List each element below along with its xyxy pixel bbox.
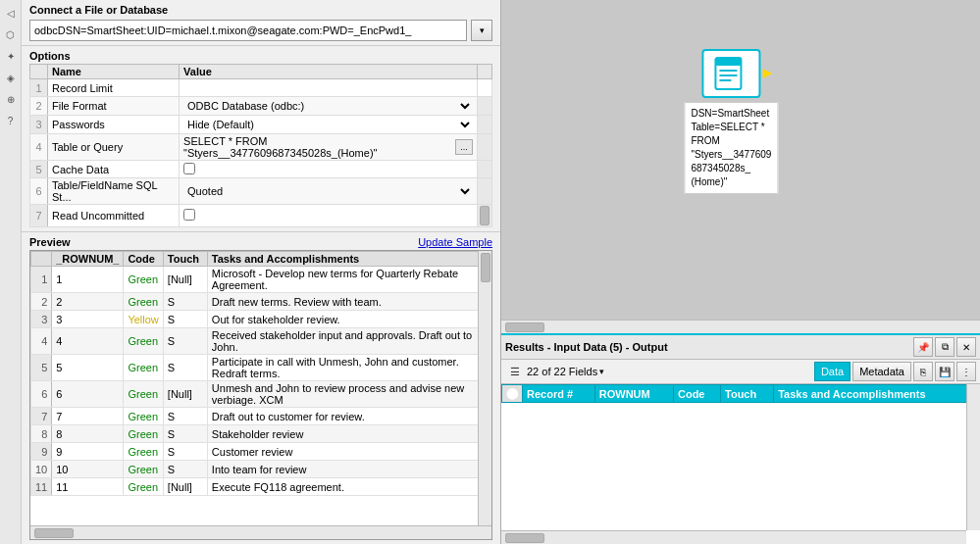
preview-row: 9 9 Green S Customer review [31, 443, 491, 461]
results-title: Results - Input Data (5) - Output [505, 341, 668, 353]
options-section: Options Name Value 1 Recor [22, 46, 500, 232]
results-menu-icon[interactable]: ☰ [505, 362, 525, 381]
results-col-tasks: Tasks and Accomplishments [774, 385, 980, 403]
float-icon[interactable]: ⧉ [935, 337, 954, 357]
options-row-7-name: Read Uncommitted [48, 205, 180, 227]
options-row-6-value[interactable]: Quoted [180, 178, 478, 205]
diagram-scroll-h[interactable] [501, 320, 980, 333]
options-title: Options [29, 50, 492, 62]
file-format-select[interactable]: ODBC Database (odbc:) [183, 98, 473, 114]
sidebar-icon-star[interactable]: ✦ [2, 47, 20, 65]
database-node-icon[interactable] [701, 49, 760, 98]
preview-row: 10 10 Green S Into team for review [31, 461, 491, 478]
options-row-3: 3 Passwords Hide (Default) [30, 116, 492, 134]
node-icon-container [701, 49, 760, 98]
preview-col-touch: Touch [163, 252, 207, 267]
options-row-4: 4 Table or Query SELECT * FROM "Styers__… [30, 134, 492, 161]
connection-string-input[interactable] [29, 20, 467, 41]
options-row-7-value[interactable] [180, 205, 478, 227]
node-tooltip: DSN=SmartSheet Table=SELECT * FROM "Stye… [684, 102, 778, 194]
diagram-node: DSN=SmartSheet Table=SELECT * FROM "Stye… [684, 49, 778, 194]
tablefieldname-select[interactable]: Quoted [183, 183, 473, 199]
record-limit-input[interactable] [183, 82, 473, 94]
fields-dropdown-arrow[interactable]: ▾ [599, 367, 604, 376]
results-toolbar: ☰ 22 of 22 Fields ▾ Data Metadata ⎘ 💾 ⋮ [501, 360, 980, 384]
preview-row: 11 11 Green [Null] Execute FQ118 agreeme… [31, 478, 491, 496]
tooltip-line5: 687345028s_ [691, 162, 771, 175]
preview-scroll-h[interactable] [30, 525, 491, 539]
options-row-1-name: Record Limit [48, 79, 180, 97]
node-arrow-icon [762, 69, 772, 78]
data-btn[interactable]: Data [814, 362, 851, 381]
preview-col-tasks: Tasks and Accomplishments [207, 252, 490, 267]
options-row-1-value[interactable] [180, 79, 478, 97]
preview-title: Preview [29, 236, 71, 248]
options-row-3-num: 3 [30, 116, 48, 134]
read-uncommitted-checkbox[interactable] [183, 209, 195, 221]
tooltip-line2: Table=SELECT * [691, 121, 771, 134]
options-scroll-7 [478, 205, 492, 227]
pin-icon[interactable]: 📌 [913, 337, 933, 357]
sidebar-icon-hex[interactable]: ⬡ [2, 25, 20, 43]
svg-rect-2 [719, 70, 737, 72]
options-row-2-num: 2 [30, 97, 48, 116]
results-header: Results - Input Data (5) - Output 📌 ⧉ ✕ [501, 333, 980, 360]
options-row-4-num: 4 [30, 134, 48, 161]
results-more-icon[interactable]: ⋮ [956, 362, 976, 381]
connection-dropdown-btn[interactable]: ▾ [471, 20, 492, 41]
results-col-icon: ⬤ [502, 385, 523, 403]
preview-col-num [31, 252, 52, 267]
table-query-text: SELECT * FROM "Styers__3477609687345028s… [183, 135, 455, 159]
results-col-rownum: ROWNUM [594, 385, 673, 403]
preview-scroll-v[interactable] [478, 251, 491, 525]
sidebar-icon-help[interactable]: ? [2, 112, 20, 129]
table-query-btn[interactable]: ... [455, 139, 473, 155]
options-row-5-num: 5 [30, 161, 48, 178]
results-table-wrap: ⬤ Record # ROWNUM Code Touch Tasks and A… [501, 384, 980, 544]
update-sample-link[interactable]: Update Sample [418, 236, 492, 248]
fields-count: 22 of 22 Fields [527, 366, 597, 377]
options-row-7: 7 Read Uncommitted [30, 205, 492, 227]
preview-col-rownum: _ROWNUM_ [52, 252, 124, 267]
options-row-4-value[interactable]: SELECT * FROM "Styers__3477609687345028s… [180, 134, 478, 161]
options-row-7-num: 7 [30, 205, 48, 227]
sidebar-icon-diamond[interactable]: ◈ [2, 69, 20, 86]
passwords-select[interactable]: Hide (Default) [183, 117, 473, 132]
results-col-code: Code [673, 385, 720, 403]
copy-icon[interactable]: ⎘ [913, 362, 933, 381]
close-icon[interactable]: ✕ [956, 337, 976, 357]
svg-rect-4 [719, 79, 731, 81]
options-row-6-name: Table/FieldName SQL St... [48, 178, 180, 205]
metadata-btn[interactable]: Metadata [852, 362, 911, 381]
options-table: Name Value 1 Record Limit [29, 64, 492, 227]
preview-row: 8 8 Green S Stakeholder review [31, 425, 491, 443]
cache-data-checkbox[interactable] [183, 163, 195, 174]
sidebar-icon-plus[interactable]: ⊕ [2, 90, 20, 108]
options-row-3-value[interactable]: Hide (Default) [180, 116, 478, 134]
options-row-2-value[interactable]: ODBC Database (odbc:) [180, 97, 478, 116]
sidebar-icon-back[interactable]: ◁ [2, 4, 20, 22]
options-scroll-2 [478, 97, 492, 116]
results-col-touch: Touch [721, 385, 774, 403]
tooltip-line3: FROM [691, 134, 771, 148]
options-row-5-value[interactable] [180, 161, 478, 178]
options-scroll-3 [478, 116, 492, 134]
results-scroll-v[interactable] [966, 384, 980, 530]
options-row-2-name: File Format [48, 97, 180, 116]
preview-row: 1 1 Green [Null] Microsoft - Develop new… [31, 267, 491, 293]
preview-col-code: Code [124, 252, 163, 267]
options-row-6: 6 Table/FieldName SQL St... Quoted [30, 178, 492, 205]
diagram-area: DSN=SmartSheet Table=SELECT * FROM "Stye… [501, 0, 980, 333]
results-scroll-h[interactable] [501, 530, 966, 544]
options-scroll-5 [478, 161, 492, 178]
results-col-record: Record # [523, 385, 595, 403]
tooltip-line1: DSN=SmartSheet [691, 107, 771, 121]
options-scroll-header [478, 65, 492, 79]
tooltip-line6: (Home)" [691, 175, 771, 189]
options-row-4-name: Table or Query [48, 134, 180, 161]
sidebar: ◁ ⬡ ✦ ◈ ⊕ ? [0, 0, 22, 544]
preview-section: Preview Update Sample _ROWNUM_ Code Touc… [22, 232, 500, 544]
options-scroll-4 [478, 134, 492, 161]
save-icon[interactable]: 💾 [935, 362, 954, 381]
database-icon-svg [712, 56, 749, 91]
